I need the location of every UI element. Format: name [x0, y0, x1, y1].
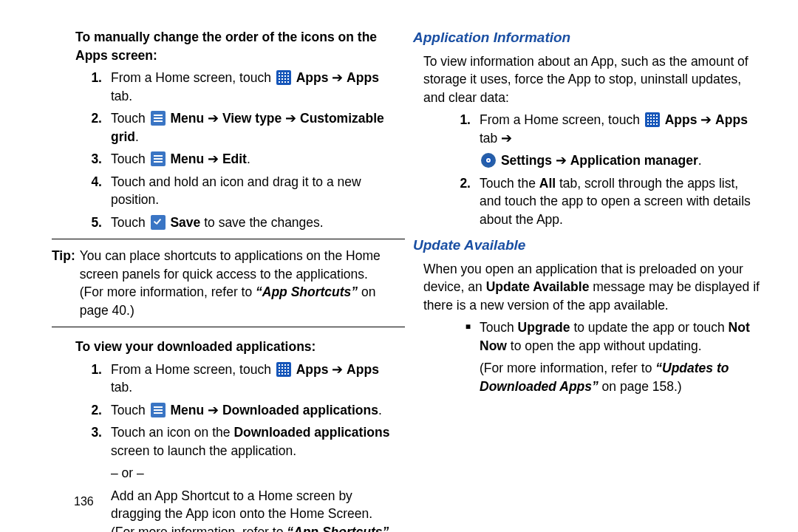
step-number: 2. — [87, 109, 111, 146]
step-text: From a Home screen, touch Apps ➔ Apps ta… — [480, 111, 761, 170]
step: 3.Touch an icon on the Downloaded applic… — [87, 423, 392, 532]
step: 5.Touch Save to save the changes. — [87, 214, 392, 232]
update-heading: Update Available — [413, 236, 761, 256]
menu-icon — [151, 111, 166, 126]
manual-order-steps: 1.From a Home screen, touch Apps ➔ Apps … — [44, 69, 392, 231]
manual-order-heading: To manually change the order of the icon… — [75, 28, 392, 64]
divider-bottom — [52, 327, 405, 327]
apps-icon — [645, 112, 660, 127]
step-text: Touch an icon on the Downloaded applicat… — [111, 423, 392, 532]
step-number: 3. — [87, 150, 111, 168]
step: 4.Touch and hold an icon and drag it to … — [87, 173, 392, 209]
step-number: 1. — [456, 111, 480, 170]
step-number: 2. — [456, 174, 480, 229]
step-text: From a Home screen, touch Apps ➔ Apps ta… — [111, 361, 392, 397]
tip-label: Tip: — [52, 247, 80, 319]
menu-icon — [151, 151, 166, 166]
app-info-intro: To view information about an App, such a… — [413, 52, 761, 107]
apps-icon — [276, 70, 291, 85]
step: 2.Touch Menu ➔ Downloaded applications. — [87, 401, 392, 420]
right-column: Application Information To view informat… — [413, 28, 761, 525]
step: 2.Touch the All tab, scroll through the … — [456, 174, 761, 229]
left-column: To manually change the order of the icon… — [44, 28, 392, 525]
step-text: Touch Save to save the changes. — [111, 214, 392, 232]
settings-icon — [481, 153, 496, 168]
update-intro: When you open an application that is pre… — [413, 260, 761, 315]
step: 1.From a Home screen, touch Apps ➔ Apps … — [456, 111, 761, 170]
tip-body: You can place shortcuts to applications … — [80, 247, 392, 319]
step-text: From a Home screen, touch Apps ➔ Apps ta… — [111, 69, 392, 105]
step-text: Touch Menu ➔ View type ➔ Customizable gr… — [111, 109, 392, 146]
step-text: Touch Menu ➔ Edit. — [111, 150, 392, 168]
downloaded-heading: To view your downloaded applications: — [75, 338, 392, 356]
step-text: Touch the All tab, scroll through the ap… — [480, 174, 761, 229]
step-number: 1. — [87, 69, 111, 105]
apps-icon — [276, 362, 291, 377]
step: 2.Touch Menu ➔ View type ➔ Customizable … — [87, 109, 392, 146]
step-number: 2. — [87, 401, 111, 420]
check-icon — [151, 215, 166, 230]
step-number: 4. — [87, 173, 111, 209]
app-info-steps: 1.From a Home screen, touch Apps ➔ Apps … — [413, 111, 761, 228]
page-number: 136 — [74, 494, 94, 510]
divider-top — [52, 239, 405, 239]
step-text: Touch and hold an icon and drag it to a … — [111, 173, 392, 209]
step-number: 1. — [87, 361, 111, 397]
menu-icon — [151, 403, 166, 417]
update-bullets: ■ Touch Upgrade to update the app or tou… — [413, 318, 761, 395]
step-text: Touch Menu ➔ Downloaded applications. — [111, 401, 392, 420]
step-number: 3. — [87, 423, 111, 532]
step: 3.Touch Menu ➔ Edit. — [87, 150, 392, 168]
update-bullet-text: Touch Upgrade to update the app or touch… — [480, 318, 761, 395]
square-bullet-icon: ■ — [456, 318, 480, 395]
tip-block: Tip: You can place shortcuts to applicat… — [52, 247, 392, 319]
downloaded-steps: 1.From a Home screen, touch Apps ➔ Apps … — [44, 361, 392, 533]
step: 1.From a Home screen, touch Apps ➔ Apps … — [87, 361, 392, 397]
step: 1.From a Home screen, touch Apps ➔ Apps … — [87, 69, 392, 105]
app-info-heading: Application Information — [413, 28, 761, 48]
step-number: 5. — [87, 214, 111, 232]
